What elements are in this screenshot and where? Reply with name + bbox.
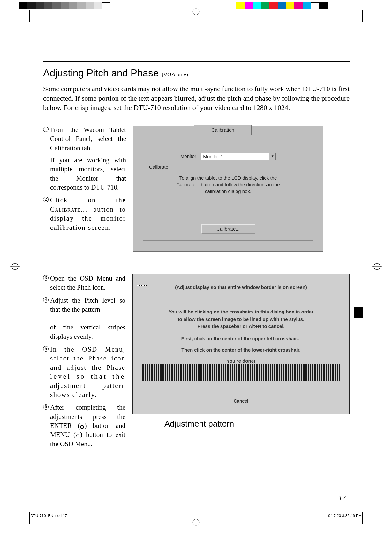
- step-text-sc: Calibrate: [50, 205, 81, 213]
- step-marker: 3: [43, 274, 50, 292]
- calibrate-button[interactable]: Calibrate...: [201, 224, 255, 234]
- title-main: Adjusting Pitch and Phase: [43, 67, 159, 79]
- step-text-pre: Click on the: [50, 196, 126, 204]
- monitor-select[interactable]: Monitor 1 ▼: [201, 153, 276, 160]
- adjustment-pattern-stripes: [142, 364, 340, 381]
- adjustment-pattern-label: Adjustment pattern: [164, 419, 350, 429]
- step-text-pre: In the OSD Menu, select the Phase icon a…: [50, 345, 125, 371]
- step-subtext: of fine vertical stripes displays evenly…: [50, 323, 125, 340]
- crop-mark-bl: [17, 512, 30, 524]
- dialog-line-1: First, click on the center of the upper-…: [133, 336, 349, 341]
- bleed-tab: [354, 307, 363, 318]
- step-2: 2 Click on the Calibrate... button to di…: [43, 196, 126, 232]
- registration-cross-right: [372, 261, 382, 272]
- dialog-line-3: You're done!: [133, 358, 349, 364]
- dialog-text: You will be clicking on the crosshairs i…: [133, 308, 349, 330]
- intro-paragraph: Some computers and video cards may not a…: [43, 84, 350, 112]
- step-text: Adjust the Pitch level so that the the p…: [50, 297, 125, 313]
- dialog-hint: (Adjust display so that entire window bo…: [133, 284, 349, 290]
- crosshair-icon[interactable]: [137, 281, 147, 290]
- grayscale-swatches: [19, 2, 110, 9]
- screenshot-calibration-panel: Calibration Monitor: Monitor 1 ▼ Calibra…: [133, 125, 350, 252]
- block-1: 1 From the Wacom Tablet Control Panel, s…: [43, 125, 350, 252]
- monitor-value: Monitor 1: [203, 154, 223, 159]
- monitor-label: Monitor:: [180, 153, 198, 159]
- dialog-line-2: Then click on the center of the lower-ri…: [133, 347, 349, 352]
- callout-leader-line: [187, 380, 187, 413]
- step-5: 5 In the OSD Menu, select the Phase icon…: [43, 345, 125, 399]
- registration-cross-left: [10, 261, 20, 272]
- page-title: Adjusting Pitch and Phase (VGA only): [43, 67, 350, 79]
- title-sub: (VGA only): [162, 72, 188, 78]
- step-marker: 1: [43, 125, 50, 192]
- steps-column-b: 3 Open the OSD Menu and select the Pitch…: [43, 274, 125, 452]
- calibration-panel: Calibration Monitor: Monitor 1 ▼ Calibra…: [133, 125, 323, 252]
- step-marker: 6: [43, 403, 50, 448]
- screenshot-calibration-dialog: (Adjust display so that entire window bo…: [132, 274, 350, 452]
- step-text: From the Wacom Tablet Control Panel, sel…: [50, 126, 126, 152]
- tab-calibration[interactable]: Calibration: [194, 125, 252, 135]
- step-text-post: adjustment pattern shows clearly.: [50, 382, 125, 399]
- step-marker: 5: [43, 345, 50, 399]
- steps-column-a: 1 From the Wacom Tablet Control Panel, s…: [43, 125, 126, 252]
- groupbox-help: To align the tablet to the LCD display, …: [153, 174, 303, 195]
- cancel-button[interactable]: Cancel: [222, 397, 260, 405]
- groupbox-legend: Calibrate: [147, 164, 170, 170]
- calibrate-groupbox: Calibrate To align the tablet to the LCD…: [143, 167, 313, 241]
- step-1: 1 From the Wacom Tablet Control Panel, s…: [43, 125, 126, 192]
- rule-top: [43, 61, 350, 62]
- step-subtext: If you are working with multiple monitor…: [50, 156, 126, 192]
- slug-date: 04.7.20 8:32:46 PM: [328, 514, 362, 518]
- color-swatches: [236, 2, 328, 9]
- step-text-wide: level so that the: [50, 373, 125, 380]
- menu-circle-icon: [76, 434, 79, 437]
- enter-square-icon: [80, 425, 84, 429]
- step-marker: 2: [43, 196, 50, 232]
- slug-line: DTU-710_EN.indd 17 04.7.20 8:32:46 PM: [30, 514, 362, 518]
- step-marker: 4: [43, 296, 50, 341]
- step-text: Open the OSD Menu and select the Pitch i…: [50, 274, 125, 292]
- registration-cross-top: [191, 6, 201, 17]
- crop-mark-tr: [362, 10, 375, 22]
- step-4: 4 Adjust the Pitch level so that the the…: [43, 296, 125, 341]
- crop-mark-br: [362, 512, 375, 524]
- page-content: Adjusting Pitch and Phase (VGA only) Som…: [43, 61, 350, 452]
- calibration-dialog: (Adjust display so that entire window bo…: [132, 274, 350, 414]
- registration-cross-bottom: [191, 517, 201, 528]
- page-number: 17: [339, 494, 346, 502]
- crop-mark-tl: [17, 10, 30, 22]
- chevron-down-icon: ▼: [269, 153, 275, 160]
- step-6: 6 After completing the adjustments press…: [43, 403, 125, 448]
- step-3: 3 Open the OSD Menu and select the Pitch…: [43, 274, 125, 292]
- slug-file: DTU-710_EN.indd 17: [30, 514, 67, 518]
- block-2: 3 Open the OSD Menu and select the Pitch…: [43, 274, 350, 452]
